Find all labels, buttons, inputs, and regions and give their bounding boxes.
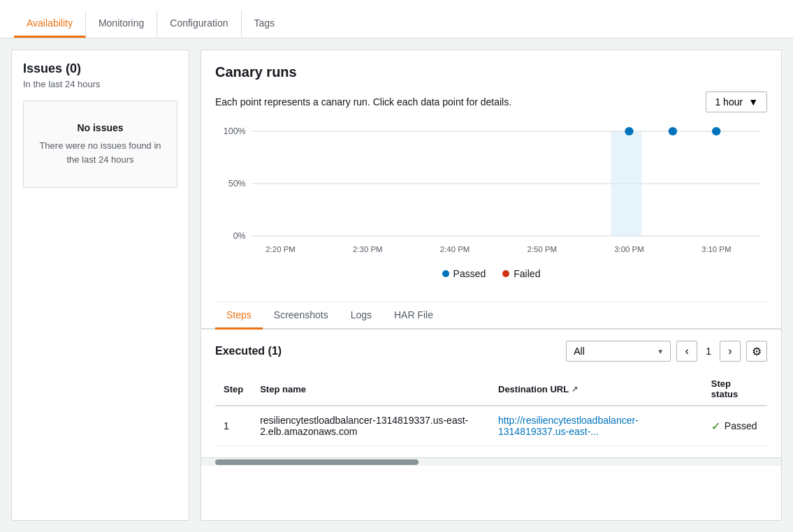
- col-destination-url: Destination URL ↗: [490, 373, 703, 406]
- page-number: 1: [703, 346, 714, 357]
- destination-url-link[interactable]: http://resiliencytestloadbalancer-131481…: [498, 415, 639, 437]
- svg-text:2:20 PM: 2:20 PM: [265, 245, 296, 253]
- no-issues-title: No issues: [35, 122, 166, 133]
- status-passed-label: Passed: [725, 420, 757, 431]
- chart-area[interactable]: 100% 50% 0% 2:20 PM 2:30 PM 2:40 PM 2:50…: [201, 121, 781, 302]
- svg-text:2:40 PM: 2:40 PM: [440, 245, 470, 253]
- steps-table: Step Step name Destination URL ↗ Step st…: [215, 373, 767, 446]
- filter-select[interactable]: All Passed Failed: [566, 341, 671, 362]
- failed-dot-icon: [502, 270, 509, 277]
- col-step: Step: [215, 373, 252, 406]
- top-navigation: Availability Monitoring Configuration Ta…: [0, 0, 793, 38]
- time-selector-label: 1 hour: [715, 96, 743, 108]
- table-header: Step Step name Destination URL ↗ Step st…: [215, 373, 767, 406]
- issues-subtitle: In the last 24 hours: [23, 79, 177, 89]
- canary-header: Canary runs: [201, 50, 781, 80]
- tab-steps[interactable]: Steps: [215, 302, 263, 330]
- external-link-icon: ↗: [572, 385, 578, 394]
- svg-text:3:10 PM: 3:10 PM: [701, 245, 732, 253]
- data-point-1: [625, 127, 633, 135]
- no-issues-description: There were no issues found in the last 2…: [35, 139, 166, 166]
- canary-runs-panel: Canary runs Each point represents a cana…: [201, 50, 782, 521]
- svg-text:0%: 0%: [233, 231, 246, 241]
- tab-har-file[interactable]: HAR File: [383, 302, 444, 330]
- no-issues-box: No issues There were no issues found in …: [23, 101, 177, 188]
- tab-tags[interactable]: Tags: [242, 10, 288, 38]
- settings-button[interactable]: ⚙: [746, 341, 767, 362]
- chart-controls: Each point represents a canary run. Clic…: [201, 91, 781, 121]
- section-tabs: Steps Screenshots Logs HAR File: [201, 302, 781, 330]
- legend-passed: Passed: [442, 268, 486, 279]
- svg-text:2:30 PM: 2:30 PM: [353, 245, 383, 253]
- tab-logs[interactable]: Logs: [340, 302, 383, 330]
- passed-label: Passed: [453, 268, 486, 279]
- executed-title: Executed (1): [215, 345, 282, 357]
- time-selector-button[interactable]: 1 hour ▼: [706, 91, 767, 112]
- failed-label: Failed: [514, 268, 540, 279]
- tab-monitoring[interactable]: Monitoring: [86, 10, 157, 38]
- chart-legend: Passed Failed: [215, 263, 767, 290]
- chart-description: Each point represents a canary run. Clic…: [215, 96, 511, 108]
- cell-destination-url: http://resiliencytestloadbalancer-131481…: [490, 406, 703, 446]
- status-passed-container: ✓ Passed: [711, 420, 759, 433]
- svg-rect-12: [611, 131, 642, 236]
- tab-availability[interactable]: Availability: [14, 10, 86, 38]
- svg-text:2:50 PM: 2:50 PM: [527, 245, 557, 253]
- data-point-3: [712, 127, 720, 135]
- table-section: Executed (1) All Passed Failed ‹ 1 › ⚙: [201, 330, 781, 457]
- issues-title: Issues (0): [23, 61, 177, 76]
- table-controls: All Passed Failed ‹ 1 › ⚙: [566, 341, 767, 362]
- canary-runs-chart[interactable]: 100% 50% 0% 2:20 PM 2:30 PM 2:40 PM 2:50…: [215, 121, 767, 260]
- legend-failed: Failed: [502, 268, 540, 279]
- tab-configuration[interactable]: Configuration: [157, 10, 241, 38]
- table-row: 1 resiliencytestloadbalancer-1314819337.…: [215, 406, 767, 446]
- passed-dot-icon: [442, 270, 449, 277]
- cell-step-num: 1: [215, 406, 252, 446]
- data-point-2: [669, 127, 677, 135]
- prev-page-button[interactable]: ‹: [676, 341, 697, 362]
- col-step-status: Step status: [703, 373, 767, 406]
- scrollbar-thumb[interactable]: [215, 459, 419, 465]
- cell-step-name: resiliencytestloadbalancer-1314819337.us…: [252, 406, 490, 446]
- col-step-name: Step name: [252, 373, 490, 406]
- cell-step-status: ✓ Passed: [703, 406, 767, 446]
- issues-panel: Issues (0) In the last 24 hours No issue…: [11, 50, 189, 521]
- tab-screenshots[interactable]: Screenshots: [263, 302, 340, 330]
- canary-title: Canary runs: [215, 64, 767, 80]
- main-content: Issues (0) In the last 24 hours No issue…: [0, 38, 793, 532]
- horizontal-scrollbar[interactable]: [201, 457, 781, 466]
- filter-select-wrap: All Passed Failed: [566, 341, 671, 362]
- check-circle-icon: ✓: [711, 420, 720, 433]
- svg-text:100%: 100%: [224, 126, 246, 136]
- svg-text:50%: 50%: [228, 179, 246, 189]
- table-header-row: Executed (1) All Passed Failed ‹ 1 › ⚙: [215, 341, 767, 362]
- next-page-button[interactable]: ›: [720, 341, 741, 362]
- chevron-down-icon: ▼: [748, 96, 758, 108]
- svg-text:3:00 PM: 3:00 PM: [614, 245, 644, 253]
